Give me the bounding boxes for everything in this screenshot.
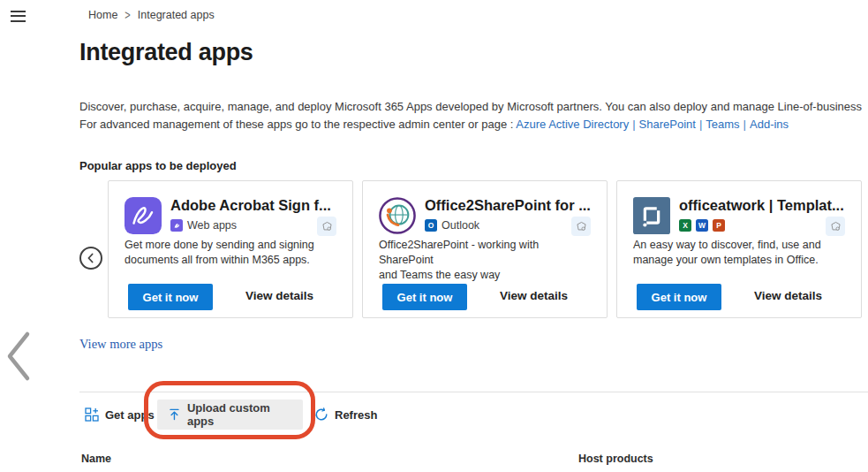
- get-it-now-button[interactable]: Get it now: [128, 284, 213, 310]
- chevron-right-icon: >: [125, 8, 130, 22]
- excel-mini-icon: X: [679, 219, 691, 232]
- carousel-previous-button[interactable]: [79, 247, 102, 270]
- app-host-products: O Outlook: [425, 219, 479, 232]
- get-apps-label: Get apps: [105, 408, 155, 422]
- adobe-acrobat-sign-logo-icon: [125, 197, 162, 234]
- column-header-name[interactable]: Name: [81, 453, 111, 465]
- app-title: Office2SharePoint for ...: [425, 197, 591, 214]
- app-title: officeatwork | Templat...: [679, 197, 844, 214]
- link-azure-active-directory[interactable]: Azure Active Directory: [516, 118, 629, 131]
- app-host-products: Web apps: [170, 219, 237, 232]
- link-separator: |: [696, 118, 706, 131]
- outlook-mini-icon: O: [425, 219, 437, 232]
- view-details-link[interactable]: View details: [245, 289, 313, 302]
- badge-icon: [317, 217, 336, 236]
- intro-line-2: For advanced management of these apps go…: [79, 116, 862, 133]
- toolbar-divider: [79, 392, 868, 392]
- apps-grid-icon: [85, 407, 99, 422]
- app-card-office2sharepoint[interactable]: Office2SharePoint for ... O Outlook Offi…: [362, 180, 608, 318]
- badge-icon: [826, 217, 845, 236]
- refresh-icon: [314, 407, 328, 422]
- app-host-products: X W P: [679, 219, 725, 232]
- app-hosts-label: Outlook: [442, 219, 479, 232]
- link-separator: |: [740, 118, 750, 131]
- powerpoint-mini-icon: P: [713, 219, 725, 232]
- link-sharepoint[interactable]: SharePoint: [639, 118, 696, 131]
- integrated-apps-page: Home > Integrated apps Integrated apps D…: [0, 0, 868, 472]
- chevron-left-icon: [85, 252, 97, 264]
- upload-custom-apps-label: Upload custom apps: [187, 401, 292, 428]
- intro-text: Discover, purchase, acquire, manage, and…: [79, 98, 862, 133]
- column-header-host-products[interactable]: Host products: [578, 453, 653, 465]
- popular-apps-heading: Popular apps to be deployed: [79, 159, 237, 172]
- get-it-now-button[interactable]: Get it now: [382, 284, 467, 310]
- breadcrumb: Home > Integrated apps: [88, 9, 215, 21]
- officeatwork-logo-icon: [633, 197, 670, 234]
- breadcrumb-integrated-apps: Integrated apps: [138, 9, 215, 21]
- office2sharepoint-logo-icon: [379, 197, 416, 234]
- app-description: Get more done by sending and signing doc…: [125, 238, 342, 268]
- app-description: An easy way to discover, find, use and m…: [633, 238, 850, 268]
- view-more-apps-link[interactable]: View more apps: [79, 337, 162, 352]
- app-description: Office2SharePoint - working with SharePo…: [379, 238, 596, 283]
- link-separator: |: [629, 118, 638, 131]
- page-previous-chevron-icon[interactable]: [5, 331, 32, 382]
- refresh-button[interactable]: Refresh: [314, 400, 377, 430]
- word-mini-icon: W: [696, 219, 708, 232]
- app-title: Adobe Acrobat Sign f...: [170, 197, 331, 214]
- breadcrumb-home[interactable]: Home: [88, 9, 117, 21]
- upload-icon: [168, 407, 181, 422]
- upload-custom-apps-button[interactable]: Upload custom apps: [157, 400, 303, 430]
- app-hosts-label: Web apps: [187, 219, 237, 232]
- link-teams[interactable]: Teams: [706, 118, 739, 131]
- view-details-link[interactable]: View details: [500, 289, 568, 302]
- badge-icon: [571, 217, 591, 236]
- intro-line-1: Discover, purchase, acquire, manage, and…: [79, 98, 862, 116]
- get-it-now-button[interactable]: Get it now: [637, 284, 721, 310]
- hamburger-menu-icon[interactable]: [11, 11, 26, 22]
- adobe-mini-icon: [170, 219, 183, 232]
- page-title: Integrated apps: [79, 39, 253, 66]
- app-card-adobe-acrobat-sign[interactable]: Adobe Acrobat Sign f... Web apps Get mor…: [108, 180, 353, 318]
- link-add-ins[interactable]: Add-ins: [750, 118, 789, 131]
- refresh-label: Refresh: [335, 408, 377, 422]
- view-details-link[interactable]: View details: [754, 289, 822, 302]
- app-card-officeatwork[interactable]: officeatwork | Templat... X W P An easy …: [616, 180, 862, 318]
- get-apps-button[interactable]: Get apps: [85, 400, 155, 430]
- intro-line-2-prefix: For advanced management of these apps go…: [79, 118, 513, 131]
